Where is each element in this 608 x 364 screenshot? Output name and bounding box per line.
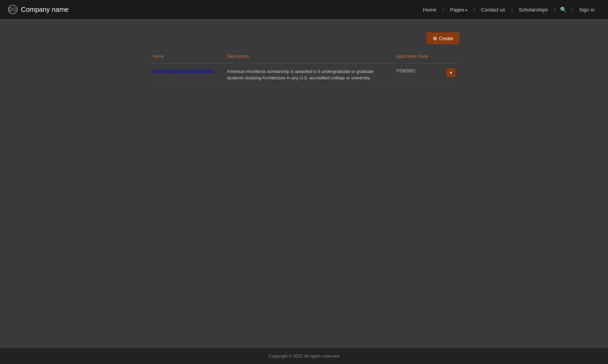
table-header: name ↑ Description Application Date ↑ [149, 50, 459, 63]
toolbar: ⊕ Create [149, 32, 459, 44]
scholarship-table: name ↑ Description Application Date ↑ [149, 50, 459, 86]
nav-scholarships-link[interactable]: Scholarships [513, 7, 553, 12]
dropdown-chevron-icon: ▾ [450, 70, 452, 75]
col-header-name[interactable]: name ↑ [149, 50, 223, 63]
nav-contact-link[interactable]: Contact us [476, 7, 511, 12]
navbar: Company name Home Pages Contact us Schol… [0, 0, 608, 19]
col-description-label: Description [227, 54, 249, 59]
cell-date: 7/29/2022 [392, 63, 439, 86]
nav-item-pages[interactable]: Pages [445, 6, 476, 12]
sort-name-icon: ↑ [166, 55, 168, 58]
nav-item-contact[interactable]: Contact us [476, 6, 513, 12]
table-body: American Architect Scholarship American … [149, 63, 459, 86]
copyright-text: Copyright © 2022 All rights reserved [269, 354, 339, 359]
cell-actions: ▾ [439, 63, 459, 86]
nav-pages-link[interactable]: Pages [445, 7, 473, 12]
svg-point-1 [14, 8, 15, 10]
sort-date-icon: ↑ [430, 55, 432, 58]
nav-item-home[interactable]: Home [417, 6, 445, 12]
scholarship-name-link[interactable]: American Architect Scholarship [153, 68, 213, 73]
col-header-date[interactable]: Application Date ↑ [392, 50, 439, 63]
create-button[interactable]: ⊕ Create [427, 32, 459, 44]
nav-item-search[interactable]: 🔍 [556, 6, 574, 13]
nav-home-link[interactable]: Home [417, 7, 442, 12]
content-area: ⊕ Create name ↑ Description Application … [142, 32, 466, 86]
brand-icon [8, 5, 18, 14]
footer: Copyright © 2022 All rights reserved [0, 348, 608, 364]
row-action-dropdown-button[interactable]: ▾ [447, 68, 455, 77]
main-content: ⊕ Create name ↑ Description Application … [0, 19, 608, 348]
cell-description: American Architects scholarship is award… [223, 63, 392, 86]
create-button-label: Create [439, 36, 453, 41]
nav-item-scholarships[interactable]: Scholarships [513, 6, 556, 12]
search-icon[interactable]: 🔍 [556, 6, 571, 13]
brand-name: Company name [21, 6, 69, 14]
nav-item-signin[interactable]: Sign in [574, 7, 600, 12]
plus-icon: ⊕ [433, 35, 437, 42]
nav-menu: Home Pages Contact us Scholarships 🔍 Sig… [417, 6, 600, 13]
col-date-label: Application Date [396, 54, 428, 59]
col-header-actions [439, 50, 459, 63]
cell-name: American Architect Scholarship [149, 63, 223, 86]
table-row: American Architect Scholarship American … [149, 63, 459, 86]
svg-point-0 [12, 7, 17, 12]
table-header-row: name ↑ Description Application Date ↑ [149, 50, 459, 63]
brand-logo[interactable]: Company name [8, 5, 69, 14]
col-header-description[interactable]: Description [223, 50, 392, 63]
nav-signin-link[interactable]: Sign in [574, 7, 600, 12]
col-name-label: name [153, 54, 164, 59]
